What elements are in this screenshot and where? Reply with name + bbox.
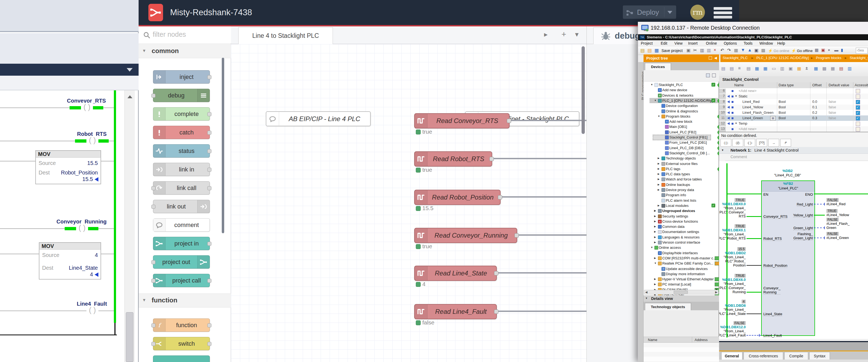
tab-devices[interactable]: Devices <box>645 63 671 70</box>
table-row-11[interactable]: 11Line4_GreenBool▤0.3false✓ <box>719 115 868 121</box>
tree-expand-icon[interactable]: ▶ <box>654 209 656 212</box>
tree-item-version-control-interface[interactable]: ▶Version control interface <box>650 240 719 245</box>
input-operand[interactable]: TRUE%DB1.DBX6.0"From_Line4_PLC".Conveyor… <box>719 274 746 294</box>
lad-symbol-4[interactable]: → <box>768 139 779 147</box>
input-operand[interactable]: 15.5%DB1.DBD2"From_Line4_PLC".Robot_Posi… <box>719 247 746 267</box>
menu-item-tools[interactable]: Tools <box>744 41 752 46</box>
palette-node-project-out[interactable]: project out <box>153 255 210 269</box>
input-operand[interactable]: FALSE%DB1.DBX12.0"From_Line4_PLC".Line4_… <box>719 321 746 337</box>
tree-item-languages-resources[interactable]: ▶Languages & resources <box>650 234 719 240</box>
tree-expand-icon[interactable]: ▶ <box>654 230 656 233</box>
menu-item-options[interactable]: Options <box>724 41 737 46</box>
breadcrumb-item[interactable]: Stacklight_Co <box>850 56 868 60</box>
mov-instruction-block[interactable]: MOVSource15.5DestRobot_Position15.5 <box>35 150 101 184</box>
table-col-offset[interactable]: Offset <box>812 83 822 87</box>
table-row-12[interactable]: 12▼Temp <box>719 121 868 127</box>
palette-node-function[interactable]: ffunction <box>153 318 210 332</box>
toolbar-icon-c0[interactable]: ▦ <box>815 48 818 53</box>
toolbar-icon-b5[interactable]: ↶ <box>720 48 724 53</box>
node-output-port[interactable] <box>507 119 511 123</box>
tree-expand-icon[interactable]: ▶ <box>658 167 659 170</box>
tree-item-device-configuration[interactable]: Device configuration <box>650 103 719 108</box>
toolbar-icon-c1[interactable]: ▣ <box>821 48 825 53</box>
table-row-6[interactable]: 6<Add new> <box>719 88 868 94</box>
editor-toolbar-icon-5[interactable]: ▦ <box>763 66 768 71</box>
output-coil-symbol[interactable]: ( ) <box>86 136 98 145</box>
editor-toolbar-icon-2[interactable]: ≡ <box>738 66 741 71</box>
accessible-checkbox[interactable]: ✓ <box>856 111 860 115</box>
tree-item-plc-1-cpu-1212c-ac-dc-rly-[interactable]: ▼PLC_1 [CPU 1212C AC/DC/Rly]✓ <box>650 98 719 103</box>
hscroll-thumb[interactable] <box>674 291 688 294</box>
toolbar-icon-b2[interactable]: ▥ <box>700 48 704 53</box>
node-output-port[interactable] <box>207 186 211 190</box>
ladder-vscrollbar[interactable] <box>124 90 135 362</box>
tree-collapse-icon[interactable]: ▼ <box>654 262 657 264</box>
tree-item-security-settings[interactable]: ▶Security settings <box>650 214 719 219</box>
output-pin-Flashing_Green_Light[interactable]: Flashing_ Green_Light <box>793 232 813 240</box>
tree-expand-icon[interactable]: ▶ <box>654 225 656 228</box>
tree-item-ungrouped-devices[interactable]: ▶Ungrouped devices <box>650 208 719 214</box>
palette-scrollbar[interactable] <box>222 58 224 233</box>
palette-node-comment[interactable]: comment <box>153 218 210 232</box>
palette-node-link-in[interactable]: link in <box>153 163 210 176</box>
scroll-right-icon[interactable]: ▶ <box>715 290 717 294</box>
tree-collapse-icon[interactable]: ▼ <box>654 99 657 102</box>
table-row-9[interactable]: 9Line4_YellowBool0.1false✓ <box>719 105 868 110</box>
node-output-port[interactable] <box>207 342 211 346</box>
canvas-vscroll-thumb[interactable] <box>582 46 585 134</box>
table-col-default-value[interactable]: Default value <box>829 83 849 87</box>
tab-general[interactable]: General <box>721 352 742 360</box>
output-operand[interactable]: TRUE#Line4_Yellow <box>827 209 867 217</box>
accessible-checkbox[interactable]: ✓ <box>856 100 860 104</box>
toolbar-icon-c4[interactable]: ▮ <box>841 48 843 53</box>
tree-item-stacklight-control-fb1-[interactable]: Stacklight_Control [FB1] <box>650 135 719 140</box>
breadcrumb-item[interactable]: Program blocks <box>816 56 841 60</box>
flow-node-read-robot_rts[interactable]: Read Robot_RTS <box>414 151 492 167</box>
palette-node-catch[interactable]: catch <box>153 126 210 139</box>
editor-toolbar-icon-7[interactable]: ▥ <box>780 66 784 71</box>
flow-list-chevron-down-icon[interactable]: ▾ <box>575 30 579 39</box>
flow-node-read-robot_position[interactable]: Read Robot_Position <box>414 190 501 205</box>
search-input[interactable]: filter nodes <box>153 30 186 38</box>
tree-expand-icon[interactable]: ▶ <box>658 172 659 175</box>
breadcrumb[interactable]: Stacklight_PLC▶PLC_1 [CPU 1212C AC/DC/Rl… <box>720 54 868 62</box>
menu-item-insert[interactable]: Insert <box>688 41 698 46</box>
tree-item-pc-internal-local-[interactable]: ▶PC internal [Local] <box>650 282 719 287</box>
group-collapse-icon[interactable]: ▼ <box>735 122 737 124</box>
palette-node-complete[interactable]: complete <box>153 107 210 120</box>
lad-symbol-2[interactable]: -( )- <box>744 139 755 147</box>
toolbar-icon-c2[interactable]: × <box>828 48 830 52</box>
save-project-button[interactable]: Save project <box>661 49 683 53</box>
input-operand[interactable]: TRUE%DB1.DBX0.0"From_Line4_PLC".Conveyor… <box>719 198 746 218</box>
palette-node-project-in[interactable]: project in <box>153 237 210 250</box>
group-collapse-icon[interactable]: ▼ <box>735 95 737 98</box>
toolbar-icon-b7[interactable]: ▦ <box>734 48 738 53</box>
palette-search[interactable]: filter nodes <box>138 26 231 44</box>
toolbar-icon-b8[interactable]: ▼ <box>741 48 745 53</box>
scroll-left-icon[interactable]: ◀ <box>645 290 647 294</box>
tree-item-online-access[interactable]: ▼Online access <box>650 245 719 250</box>
ladder-canvas[interactable]: Conveyor_RTS( )Robot_RTS( )Conveyor_Runn… <box>0 90 124 362</box>
output-coil-symbol[interactable]: ( ) <box>86 306 98 315</box>
table-row-7[interactable]: 7▼Static <box>719 94 868 99</box>
editor-toolbar-icon-9[interactable]: ▦ <box>797 66 801 71</box>
node-output-port[interactable] <box>207 279 211 283</box>
tree-item-program-blocks[interactable]: ▼Program blocks <box>650 114 719 119</box>
network-collapse-icon[interactable]: ▼ <box>721 148 724 151</box>
node-output-port[interactable] <box>207 168 211 172</box>
tree-expand-icon[interactable]: ▶ <box>658 204 659 207</box>
plc-programming-side-strip[interactable]: PLC programming <box>638 62 644 362</box>
go-offline-button[interactable]: ⚡ Go offline <box>792 49 812 53</box>
chevron-right-icon[interactable]: ▸ <box>544 30 548 39</box>
toolbar-search-input[interactable]: ‹Sea <box>856 48 868 54</box>
editor-toolbar-icon-10[interactable]: ± <box>806 66 808 71</box>
accessible-checkbox[interactable] <box>856 122 860 126</box>
tree-item-cross-device-functions[interactable]: ▶xCross-device functions <box>650 219 719 224</box>
node-input-port[interactable] <box>151 323 155 328</box>
palette-node-link-call[interactable]: link call <box>153 181 210 195</box>
node-output-port[interactable] <box>490 157 494 161</box>
accessible-checkbox[interactable]: ✓ <box>856 116 860 120</box>
deploy-chevron-down-icon[interactable] <box>668 11 672 14</box>
flow-node-read-line4_fault[interactable]: Read Line4_Fault <box>414 304 497 319</box>
tree-expand-icon[interactable]: ▶ <box>654 215 656 218</box>
